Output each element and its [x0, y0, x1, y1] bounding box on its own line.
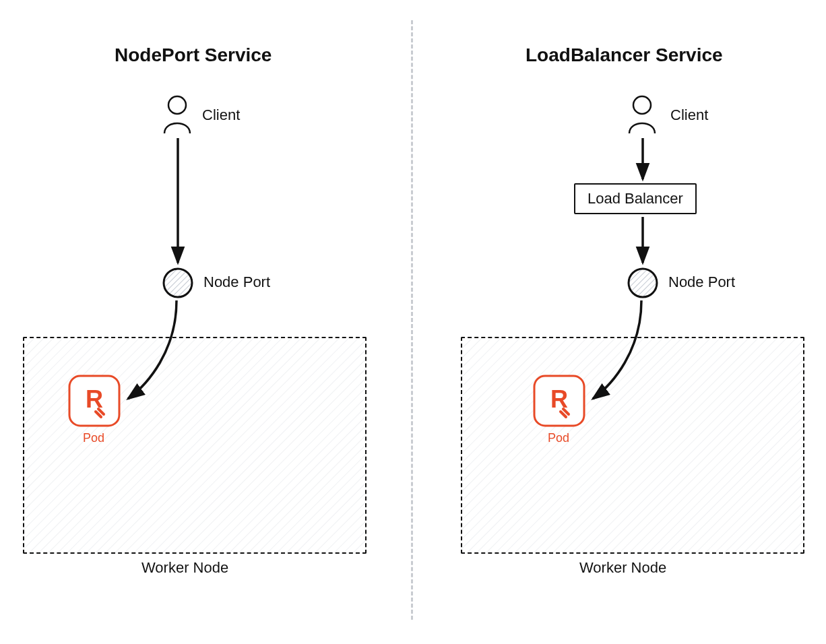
svg-point-0 [168, 96, 186, 114]
load-balancer-label: Load Balancer [587, 190, 683, 207]
diagram-canvas: NodePort Service Client Node Port [0, 0, 826, 644]
right-nodeport-label: Node Port [668, 273, 735, 291]
right-client-label: Client [670, 106, 708, 124]
client-icon [160, 94, 194, 135]
left-pod-label: Pod [83, 431, 104, 445]
left-worker-node [23, 337, 367, 554]
left-nodeport-icon [162, 267, 194, 299]
svg-rect-5 [24, 338, 365, 552]
left-nodeport-label: Node Port [203, 273, 270, 291]
svg-text:R: R [86, 385, 103, 413]
svg-point-8 [633, 96, 651, 114]
left-pod-icon: R [67, 374, 121, 428]
right-worker-node [461, 337, 804, 554]
right-pod-icon: R [532, 374, 586, 428]
svg-text:R: R [550, 385, 568, 413]
right-nodeport-icon [627, 267, 659, 299]
load-balancer-box: Load Balancer [574, 183, 697, 214]
right-client-icon [625, 94, 659, 135]
left-client-label: Client [202, 106, 240, 124]
left-title: NodePort Service [115, 44, 272, 66]
right-worker-label: Worker Node [579, 559, 666, 577]
right-pod-label: Pod [548, 431, 569, 445]
left-worker-label: Worker Node [141, 559, 228, 577]
right-title: LoadBalancer Service [526, 44, 723, 66]
svg-rect-13 [462, 338, 803, 552]
center-divider [411, 20, 413, 620]
